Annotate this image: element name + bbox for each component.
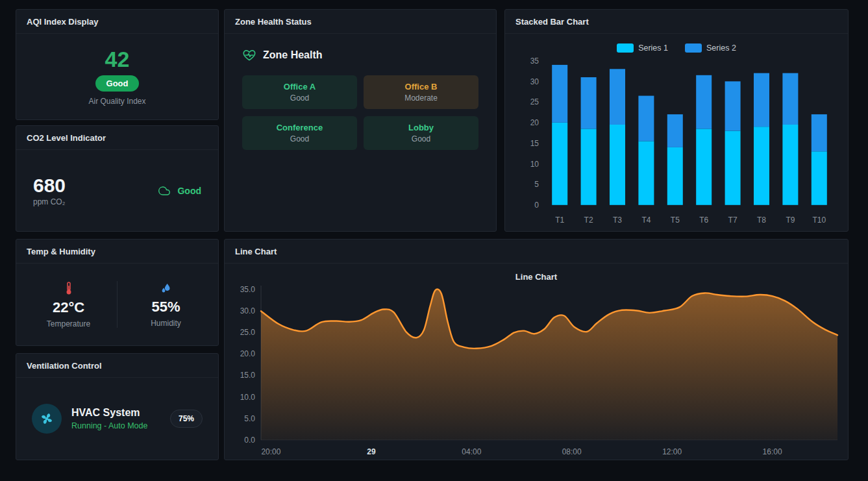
legend-item-series-2[interactable]: Series 2 [685, 43, 736, 53]
svg-text:T2: T2 [584, 216, 593, 225]
svg-text:29: 29 [367, 447, 376, 456]
zone-tile-lobby: LobbyGood [364, 116, 478, 150]
svg-text:20:00: 20:00 [261, 447, 280, 456]
panel-stacked-bar-chart: Stacked Bar Chart Series 1Series 2 05101… [504, 9, 849, 232]
svg-text:T9: T9 [786, 216, 795, 225]
zone-name: Conference [277, 123, 323, 132]
aqi-status-badge: Good [95, 75, 140, 92]
zone-name: Office B [405, 82, 438, 92]
svg-text:15.0: 15.0 [240, 371, 256, 380]
stacked-bar-chart-svg: 05101520253035T1T2T3T4T5T6T7T8T9T10 [505, 54, 848, 231]
legend-swatch [617, 43, 634, 53]
line-panel-title: Line Chart [225, 240, 848, 264]
co2-value: 680 [33, 175, 66, 197]
zone-status: Good [290, 134, 309, 143]
temperature-value: 22°C [53, 301, 84, 315]
droplet-icon [160, 281, 173, 295]
cloud-icon [157, 185, 171, 197]
svg-text:5.0: 5.0 [244, 414, 255, 423]
svg-text:08:00: 08:00 [562, 447, 582, 456]
zone-panel-body: Zone Health Office AGoodOffice BModerate… [225, 34, 496, 231]
line-chart: 0.05.010.015.020.025.030.035.020:002904:… [225, 282, 848, 460]
heart-pulse-icon [242, 48, 256, 62]
panel-zone-health: Zone Health Status Zone Health Office AG… [224, 9, 497, 232]
temperature-metric: 22°C Temperature [20, 280, 117, 328]
svg-text:T7: T7 [728, 216, 738, 225]
svg-text:30.0: 30.0 [240, 306, 256, 315]
zone-tile-conference: ConferenceGood [242, 116, 357, 150]
vent-panel-body: HVAC System Running - Auto Mode 75% [16, 378, 218, 460]
panel-ventilation-control: Ventilation Control HVAC System Running … [16, 353, 219, 460]
svg-text:T1: T1 [555, 216, 564, 225]
temp-panel-body: 22°C Temperature 55% Humidity [16, 264, 218, 345]
fan-level-badge: 75% [170, 410, 203, 428]
legend-label: Series 1 [638, 43, 668, 53]
svg-text:0: 0 [534, 201, 539, 210]
svg-text:T5: T5 [671, 216, 680, 225]
bar-panel-body: Series 1Series 2 05101520253035T1T2T3T4T… [505, 34, 848, 231]
dashboard: AQI Index Display 42 Good Air Quality In… [0, 0, 868, 481]
co2-status: Good [157, 185, 201, 197]
humidity-metric: 55% Humidity [118, 281, 214, 328]
panel-temp-humidity: Temp & Humidity 22°C Temperature [16, 239, 219, 346]
vent-system-name: HVAC System [71, 407, 147, 419]
vent-system-status: Running - Auto Mode [71, 421, 147, 430]
svg-text:15: 15 [530, 138, 539, 147]
svg-text:5: 5 [534, 180, 539, 189]
bar-panel-title: Stacked Bar Chart [505, 10, 848, 34]
svg-text:16:00: 16:00 [763, 447, 782, 456]
svg-text:20.0: 20.0 [240, 349, 256, 358]
legend-item-series-1[interactable]: Series 1 [617, 43, 668, 53]
zone-status: Good [412, 134, 430, 143]
svg-text:25: 25 [530, 97, 539, 106]
vent-info: HVAC System Running - Auto Mode [71, 407, 147, 430]
aqi-value: 42 [105, 48, 130, 70]
zone-status: Moderate [404, 93, 438, 103]
zone-status: Good [290, 93, 309, 103]
temperature-label: Temperature [47, 319, 90, 328]
vent-panel-title: Ventilation Control [16, 354, 218, 378]
panel-co2-level: CO2 Level Indicator 680 ppm CO₂ Good [16, 125, 219, 232]
aqi-caption: Air Quality Index [88, 97, 145, 106]
svg-text:04:00: 04:00 [462, 447, 481, 456]
svg-text:T6: T6 [699, 216, 708, 225]
stacked-bar-chart: 05101520253035T1T2T3T4T5T6T7T8T9T10 [505, 54, 848, 231]
co2-panel-title: CO2 Level Indicator [16, 126, 218, 150]
zone-tile-office-a: Office AGood [242, 75, 357, 109]
legend-label: Series 2 [706, 43, 736, 53]
svg-text:35.0: 35.0 [240, 285, 256, 294]
svg-text:20: 20 [530, 118, 539, 127]
fan-icon [32, 404, 62, 434]
zone-panel-title: Zone Health Status [225, 10, 496, 34]
zone-name: Office A [284, 82, 316, 92]
legend-swatch [685, 43, 702, 53]
co2-unit: ppm CO₂ [33, 197, 66, 206]
svg-text:30: 30 [530, 77, 539, 86]
svg-text:T10: T10 [812, 216, 826, 225]
svg-text:12:00: 12:00 [662, 447, 682, 456]
svg-text:25.0: 25.0 [240, 328, 256, 337]
humidity-label: Humidity [151, 319, 181, 328]
co2-status-label: Good [177, 186, 201, 196]
bar-chart-legend: Series 1Series 2 [505, 34, 848, 54]
panel-aqi-index: AQI Index Display 42 Good Air Quality In… [16, 9, 219, 120]
zone-tile-office-b: Office BModerate [364, 75, 478, 109]
line-chart-title: Line Chart [225, 264, 848, 282]
zone-grid: Office AGoodOffice BModerateConferenceGo… [242, 75, 478, 150]
zone-name: Lobby [408, 123, 434, 132]
svg-text:10: 10 [530, 159, 539, 168]
aqi-panel-body: 42 Good Air Quality Index [16, 34, 218, 119]
line-panel-body: Line Chart 0.05.010.015.020.025.030.035.… [225, 264, 848, 460]
zone-heading-label: Zone Health [263, 49, 323, 61]
svg-text:T8: T8 [757, 216, 766, 225]
co2-panel-body: 680 ppm CO₂ Good [16, 150, 218, 231]
temp-panel-title: Temp & Humidity [16, 240, 218, 264]
aqi-panel-title: AQI Index Display [16, 10, 218, 34]
svg-text:T3: T3 [613, 216, 622, 225]
line-chart-svg: 0.05.010.015.020.025.030.035.020:002904:… [225, 282, 848, 460]
svg-text:35: 35 [530, 56, 539, 66]
panel-line-chart: Line Chart Line Chart 0.05.010.015.020.0… [224, 239, 849, 460]
humidity-value: 55% [151, 300, 180, 314]
svg-text:0.0: 0.0 [244, 436, 255, 445]
thermometer-icon [63, 280, 75, 296]
